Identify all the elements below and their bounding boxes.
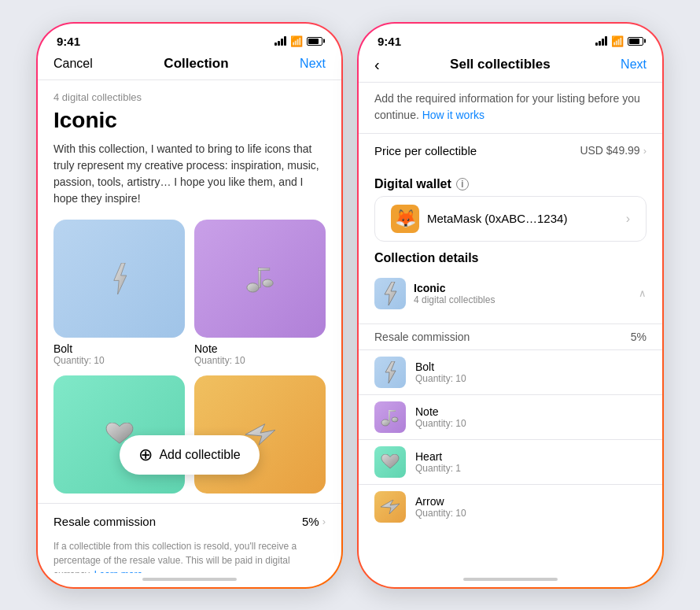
add-collectible-button[interactable]: ⊕ Add collectible xyxy=(120,435,259,475)
wallet-name: MetaMask (0xABC…1234) xyxy=(427,212,567,225)
bottom-grid xyxy=(53,375,326,494)
resale-value: 5% › xyxy=(302,515,326,528)
iconic-thumb xyxy=(374,278,406,309)
signal-icon xyxy=(274,36,286,46)
resale-commission-row: Resale commission 5% xyxy=(359,323,662,349)
collection-title: Iconic xyxy=(38,106,341,141)
battery-icon-right xyxy=(628,37,643,46)
add-collectible-label: Add collectible xyxy=(159,448,240,462)
collectibles-grid: Bolt Quantity: 10 xyxy=(38,220,341,375)
list-item-bolt: Bolt Quantity: 10 xyxy=(359,349,662,394)
bolt-list-info: Bolt Quantity: 10 xyxy=(415,360,466,384)
collection-details-section: Collection details Iconic 4 digital coll xyxy=(359,242,662,320)
add-collectible-overlay: ⊕ Add collectible xyxy=(38,435,341,475)
arrow-thumb xyxy=(374,491,406,523)
list-item-heart: Heart Quantity: 1 xyxy=(359,439,662,484)
collection-details-header: Collection details xyxy=(374,251,647,265)
back-button[interactable]: ‹ xyxy=(374,56,380,74)
iconic-name: Iconic xyxy=(414,282,495,294)
status-bar-right: 9:41 📶 xyxy=(359,24,662,51)
svg-point-1 xyxy=(246,283,258,291)
rc-label: Resale commission xyxy=(374,331,470,343)
time-left: 9:41 xyxy=(57,35,80,48)
arrow-image xyxy=(194,375,326,494)
heart-image xyxy=(53,375,185,494)
chevron-right-icon: › xyxy=(322,516,326,527)
collection-description: With this collection, I wanted to bring … xyxy=(38,141,341,220)
status-icons-left: 📶 xyxy=(274,35,322,47)
time-right: 9:41 xyxy=(378,35,401,48)
status-icons-right: 📶 xyxy=(595,35,643,47)
collection-item-iconic: Iconic 4 digital collectibles ∧ xyxy=(374,273,647,314)
iconic-info: Iconic 4 digital collectibles xyxy=(414,282,495,305)
note-qty: Quantity: 10 xyxy=(194,355,326,366)
resale-note: If a collectible from this collection is… xyxy=(38,539,341,573)
plus-circle-icon: ⊕ xyxy=(138,445,153,465)
home-indicator-right xyxy=(463,578,558,581)
svg-marker-7 xyxy=(385,361,396,383)
note-list-info: Note Quantity: 10 xyxy=(415,405,466,429)
how-it-works-link[interactable]: How it works xyxy=(422,109,484,121)
price-label: Price per collectible xyxy=(374,144,477,157)
arrow-list-info: Arrow Quantity: 10 xyxy=(415,495,466,519)
collection-meta: 4 digital collectibles xyxy=(38,80,341,106)
iconic-qty: 4 digital collectibles xyxy=(414,294,495,305)
note-thumb xyxy=(374,401,406,433)
collectible-card-note: Note Quantity: 10 xyxy=(194,220,326,366)
svg-rect-3 xyxy=(258,268,260,287)
price-value: USD $49.99 › xyxy=(580,144,647,157)
list-item-arrow: Arrow Quantity: 10 xyxy=(359,484,662,529)
heart-list-qty: Quantity: 1 xyxy=(415,463,461,474)
list-item-note: Note Quantity: 10 xyxy=(359,394,662,439)
learn-more-link[interactable]: Learn more xyxy=(94,569,142,573)
svg-rect-10 xyxy=(389,410,390,423)
page-title-left: Collection xyxy=(164,56,228,72)
iconic-chevron-icon: ∧ xyxy=(639,287,647,299)
price-row[interactable]: Price per collectible USD $49.99 › xyxy=(359,133,662,168)
resale-row[interactable]: Resale commission 5% › xyxy=(38,503,341,539)
wifi-icon-right: 📶 xyxy=(611,35,624,47)
right-phone: 9:41 📶 ‹ Sell collectibles Next xyxy=(357,22,664,589)
svg-rect-11 xyxy=(389,410,396,412)
status-bar-left: 9:41 📶 xyxy=(38,24,341,51)
left-phone: 9:41 📶 Cancel Collection Next xyxy=(36,22,343,589)
note-list-qty: Quantity: 10 xyxy=(415,418,466,429)
wifi-icon: 📶 xyxy=(290,35,303,47)
next-button-right[interactable]: Next xyxy=(621,57,647,72)
svg-point-2 xyxy=(262,279,272,287)
wallet-section-header: Digital wallet i xyxy=(359,168,662,196)
iconic-left: Iconic 4 digital collectibles xyxy=(374,278,495,309)
arrow-list-qty: Quantity: 10 xyxy=(415,508,466,519)
svg-rect-4 xyxy=(258,268,269,270)
note-image xyxy=(194,220,326,338)
page-title-right: Sell collectibles xyxy=(450,57,551,72)
collectible-card-bolt: Bolt Quantity: 10 xyxy=(53,220,185,366)
svg-marker-6 xyxy=(385,282,396,305)
metamask-icon: 🦊 xyxy=(391,205,419,233)
svg-marker-0 xyxy=(113,263,126,294)
cancel-button[interactable]: Cancel xyxy=(53,57,93,71)
right-description: Add the required information for your li… xyxy=(359,83,662,133)
price-chevron-icon: › xyxy=(643,145,647,157)
home-indicator-left xyxy=(142,578,237,581)
svg-point-8 xyxy=(381,420,389,426)
heart-thumb xyxy=(374,446,406,478)
phones-container: 9:41 📶 Cancel Collection Next xyxy=(20,6,680,604)
bolt-list-name: Bolt xyxy=(415,360,466,373)
bottom-grid-wrapper: ⊕ Add collectible xyxy=(38,375,341,503)
info-icon: i xyxy=(456,178,469,190)
svg-marker-12 xyxy=(381,500,400,514)
signal-icon-right xyxy=(595,36,607,46)
left-content: 4 digital collectibles Iconic With this … xyxy=(38,80,341,573)
heart-list-name: Heart xyxy=(415,450,461,463)
rc-value: 5% xyxy=(631,331,647,343)
battery-icon xyxy=(307,37,322,46)
bolt-image xyxy=(53,220,185,338)
wallet-row[interactable]: 🦊 MetaMask (0xABC…1234) › xyxy=(374,196,647,242)
resale-label: Resale commission xyxy=(53,515,156,528)
bolt-name: Bolt xyxy=(53,342,185,355)
next-button-left[interactable]: Next xyxy=(300,57,326,71)
heart-list-info: Heart Quantity: 1 xyxy=(415,450,461,474)
note-name: Note xyxy=(194,342,326,355)
note-list-name: Note xyxy=(415,405,466,418)
